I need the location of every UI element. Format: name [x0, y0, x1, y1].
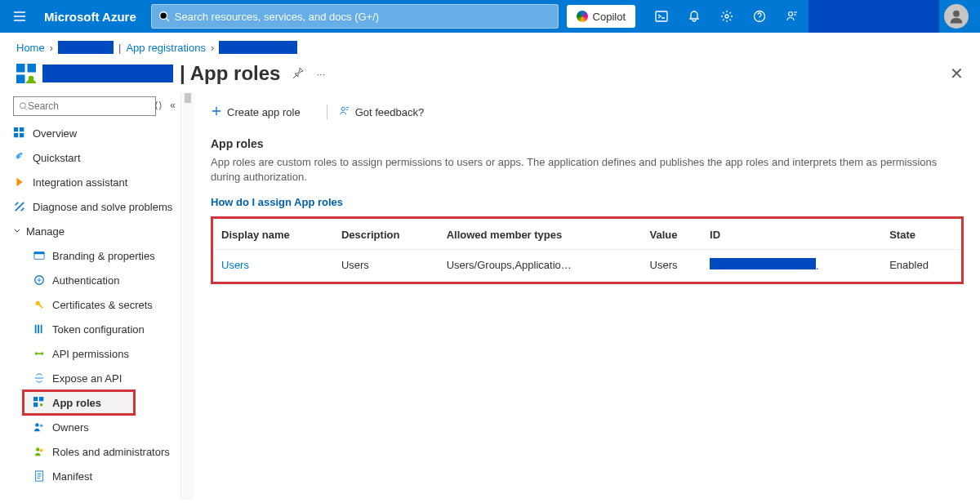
col-description[interactable]: Description — [335, 220, 440, 250]
global-search-input[interactable] — [170, 11, 551, 23]
bell-icon — [688, 10, 701, 23]
svg-point-31 — [36, 447, 39, 451]
tenant-redacted — [808, 0, 939, 33]
svg-point-28 — [40, 403, 43, 407]
col-display-name[interactable]: Display name — [215, 220, 335, 250]
breadcrumb: Home › | App registrations › — [0, 33, 980, 57]
sidebar-item-roles-admins[interactable]: Roles and administrators — [0, 439, 180, 464]
sidebar-item-label: Overview — [33, 127, 77, 140]
help-button[interactable] — [743, 0, 776, 33]
pin-button[interactable] — [292, 66, 305, 82]
app-roles-table-highlight: Display name Description Allowed member … — [211, 216, 964, 284]
sidebar-item-branding[interactable]: Branding & properties — [0, 243, 180, 268]
crumb-app-registrations[interactable]: App registrations — [126, 42, 206, 54]
crumb-home[interactable]: Home — [16, 42, 45, 54]
hamburger-icon — [13, 10, 26, 23]
sidebar-item-certificates[interactable]: Certificates & secrets — [0, 292, 180, 317]
svg-point-10 — [20, 103, 25, 109]
sidebar-item-token-config[interactable]: Token configuration — [0, 317, 180, 341]
sidebar-item-app-roles[interactable]: App roles — [23, 390, 135, 415]
svg-point-29 — [35, 423, 38, 426]
main-content: Create app role Got feedback? App roles … — [194, 93, 980, 500]
row-value: Users — [644, 250, 704, 281]
sidebar-item-label: Integration assistant — [33, 176, 127, 189]
person-icon — [949, 9, 964, 24]
section-description: App roles are custom roles to assign per… — [211, 155, 946, 185]
copilot-icon — [577, 11, 588, 22]
svg-point-24 — [41, 352, 44, 355]
page-title-sep: | — [180, 62, 185, 85]
sidebar-item-integration[interactable]: Integration assistant — [0, 170, 180, 194]
sidebar-controls-toggle[interactable]: ⟨⟩ — [154, 100, 163, 111]
sidebar-item-manifest[interactable]: Manifest — [0, 464, 180, 488]
crumb-redacted-2[interactable] — [219, 41, 297, 54]
scroll-thumb[interactable] — [185, 93, 191, 103]
sidebar-collapse-button[interactable]: « — [170, 100, 176, 111]
col-state[interactable]: State — [883, 220, 960, 250]
pin-icon — [292, 66, 305, 79]
owners-icon — [33, 421, 46, 434]
col-id[interactable]: ID — [703, 220, 883, 250]
sidebar-item-label: API permissions — [52, 348, 129, 360]
got-feedback-button[interactable]: Got feedback? — [339, 105, 425, 119]
row-id-redacted — [710, 258, 816, 269]
section-heading: App roles — [211, 137, 964, 150]
crumb-redacted-1[interactable] — [58, 41, 114, 54]
sidebar-item-authentication[interactable]: Authentication — [0, 268, 180, 292]
hamburger-menu[interactable] — [0, 0, 39, 33]
chevron-right-icon: › — [50, 42, 53, 54]
copilot-button[interactable]: Copilot — [567, 5, 635, 28]
sidebar-item-owners[interactable]: Owners — [0, 415, 180, 439]
sidebar-group-manage[interactable]: Manage — [0, 219, 180, 243]
notifications-button[interactable] — [678, 0, 710, 33]
expose-api-icon — [33, 372, 46, 385]
sidebar-item-quickstart[interactable]: Quickstart — [0, 145, 180, 170]
col-allowed-types[interactable]: Allowed member types — [440, 220, 644, 250]
diagnose-icon — [13, 200, 26, 213]
row-display-name-link[interactable]: Users — [221, 259, 249, 271]
sidebar-item-expose-api[interactable]: Expose an API — [0, 366, 180, 390]
got-feedback-label: Got feedback? — [355, 106, 425, 118]
page-title: App roles — [190, 62, 281, 85]
sidebar-item-label: Roles and administrators — [52, 446, 170, 458]
app-roles-table: Display name Description Allowed member … — [215, 220, 960, 280]
table-row[interactable]: Users Users Users/Groups,Applicatio… Use… — [215, 250, 960, 281]
cloud-shell-icon — [655, 10, 668, 23]
global-search[interactable] — [151, 4, 559, 29]
feedback-icon — [786, 10, 799, 23]
svg-rect-12 — [20, 127, 24, 131]
gear-icon — [720, 10, 733, 23]
sidebar-scrollbar[interactable] — [181, 93, 194, 500]
search-icon — [19, 101, 28, 111]
close-blade-button[interactable]: ✕ — [950, 64, 964, 83]
sidebar-item-overview[interactable]: Overview — [0, 121, 180, 145]
account-avatar[interactable] — [944, 4, 969, 29]
svg-rect-8 — [16, 75, 25, 84]
integration-icon — [13, 176, 26, 189]
sidebar-item-diagnose[interactable]: Diagnose and solve problems — [0, 194, 180, 219]
col-value[interactable]: Value — [644, 220, 704, 250]
more-button[interactable]: ··· — [316, 68, 325, 80]
feedback-button[interactable] — [776, 0, 808, 33]
page-header: | App roles ··· ✕ — [0, 57, 980, 93]
svg-rect-20 — [35, 325, 37, 334]
row-state: Enabled — [883, 250, 960, 281]
sidebar-item-api-permissions[interactable]: API permissions — [0, 341, 180, 366]
sidebar-collapse-controls: ⟨⟩ « — [149, 100, 176, 111]
assign-roles-doc-link[interactable]: How do I assign App roles — [211, 196, 343, 208]
settings-button[interactable] — [710, 0, 743, 33]
roles-admin-icon — [33, 445, 46, 458]
sidebar: ⟨⟩ « Overview Quickstart Integration ass… — [0, 93, 181, 500]
sidebar-item-label: Owners — [52, 421, 89, 434]
sidebar-search-input[interactable] — [28, 100, 150, 112]
overview-icon — [13, 127, 26, 140]
cloud-shell-button[interactable] — [645, 0, 678, 33]
svg-point-33 — [341, 107, 345, 110]
copilot-label: Copilot — [593, 11, 626, 23]
sidebar-item-label: App roles — [52, 397, 101, 409]
sidebar-search[interactable] — [13, 96, 156, 116]
sidebar-group-label: Manage — [26, 225, 65, 238]
svg-rect-14 — [20, 133, 24, 137]
create-app-role-button[interactable]: Create app role — [211, 105, 301, 119]
svg-rect-25 — [33, 397, 38, 401]
